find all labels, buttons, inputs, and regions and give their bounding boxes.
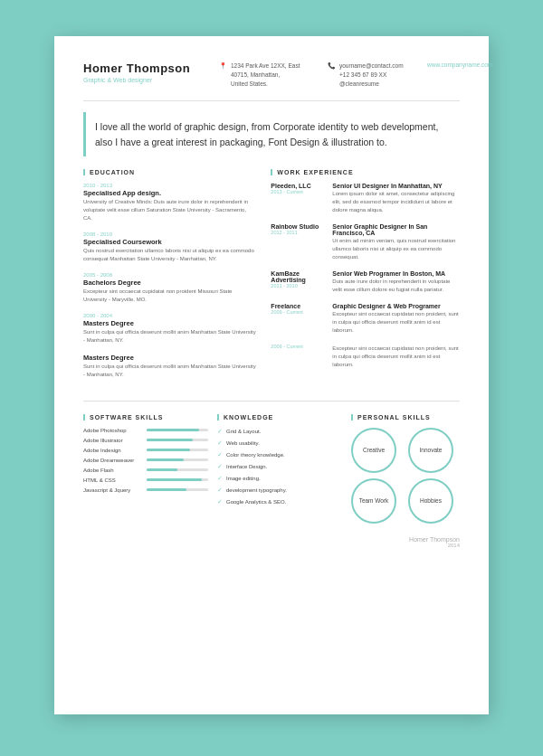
personal-skills-header: PERSONAL SKILLS	[351, 414, 460, 421]
quote-section: I love all the world of graphic design, …	[83, 112, 460, 156]
work-details: Senior UI Designer In Manhattan, NY Lore…	[332, 183, 460, 214]
work-item: Freelance 2009 - Current Graphic Designe…	[271, 303, 460, 335]
skill-name: Adobe Photoshop	[83, 428, 147, 433]
edu-degree: Masters Degree	[83, 354, 256, 362]
edu-year: 2008 - 2010	[83, 232, 256, 237]
skill-row: Adobe Indesign	[83, 448, 208, 453]
edu-degree: Bachelors Degree	[83, 279, 256, 287]
personal-skill-circle: Creative	[351, 428, 396, 473]
knowledge-list: ✓ Grid & Layout. ✓ Web usability. ✓ Colo…	[217, 428, 342, 506]
knowledge-column: KNOWLEDGE ✓ Grid & Layout. ✓ Web usabili…	[217, 414, 342, 524]
footer-name: Homer Thompson	[83, 536, 460, 543]
work-company: Freelance	[271, 303, 325, 309]
skill-bar-bg	[147, 478, 208, 481]
personal-skill-circle: Innovate	[408, 428, 453, 473]
education-item: 2005 - 2008 Bachelors Degree Excepteur s…	[83, 272, 256, 304]
knowledge-item: ✓ Color theory knowledge.	[217, 451, 342, 458]
candidate-name: Homer Thompson	[83, 61, 210, 75]
work-years: 2011 - 2010	[271, 283, 325, 288]
work-company-block: 2009 - Current	[271, 344, 325, 369]
footer-year: 2014	[83, 543, 460, 548]
skill-bar-fill	[147, 449, 190, 451]
work-desc: Duis aute irure dolor in reprehenderit i…	[332, 278, 460, 294]
work-years: 2013 - Current	[271, 189, 325, 194]
check-icon: ✓	[217, 475, 223, 482]
work-desc: Lorem ipsum dolor sit amet, consectetur …	[332, 190, 460, 214]
edu-desc: Quis nostrud exercitation ullamco labori…	[83, 247, 256, 263]
work-position: Senior Web Programer In Boston, MA	[332, 270, 460, 277]
skill-name: Adobe Indesign	[83, 448, 147, 453]
work-desc: Excepteur sint occaecat cupidatat non pr…	[332, 345, 460, 369]
skill-row: Adobe Illustrator	[83, 438, 208, 443]
website-link[interactable]: www.companyname.com	[427, 61, 492, 68]
edu-desc: Sunt in culpa qui officia deserunt molli…	[83, 328, 256, 345]
edu-degree: Masters Degree	[83, 319, 256, 327]
personal-skill-circle: Team Work	[351, 478, 396, 524]
knowledge-text: development typography.	[226, 487, 287, 493]
work-details: Senior Web Programer In Boston, MA Duis …	[332, 270, 460, 294]
work-years: 2009 - Current	[271, 309, 325, 315]
work-column: WORK EXPERIENCE Pleeden, LLC 2013 - Curr…	[271, 169, 460, 388]
skill-bar-bg	[147, 468, 208, 471]
skills-divider	[83, 401, 460, 402]
work-company-block: Rainbow Studio 2012 - 2011	[271, 223, 325, 261]
edu-degree: Specialised App design.	[83, 189, 256, 197]
skill-bar-fill	[147, 478, 202, 481]
resume-paper: Homer Thompson Graphic & Web designer 📍 …	[54, 36, 489, 714]
pin-icon: 📍	[219, 62, 227, 70]
knowledge-text: Web usability.	[226, 440, 260, 446]
work-company-block: Freelance 2009 - Current	[271, 303, 325, 335]
skill-bar-bg	[147, 439, 208, 441]
work-company: KamBaze Advertising	[271, 270, 325, 283]
contact-text: yourname@contact.com +12 345 67 89 XX @c…	[339, 61, 404, 88]
check-icon: ✓	[217, 463, 223, 470]
skill-name: HTML & CSS	[83, 477, 147, 483]
work-years: 2012 - 2011	[271, 230, 325, 235]
skill-row: Adobe Photoshop	[83, 428, 208, 433]
name-block: Homer Thompson Graphic & Web designer	[83, 61, 210, 83]
skill-bar-fill	[147, 439, 193, 441]
edu-year: 2000 - 2004	[83, 313, 256, 318]
knowledge-header: KNOWLEDGE	[217, 414, 342, 421]
education-header: EDUCATION	[83, 169, 256, 175]
work-company-block: Pleeden, LLC 2013 - Current	[271, 183, 325, 214]
phone-icon: 📞	[328, 62, 336, 70]
skill-bar-fill	[147, 488, 186, 491]
header-divider	[83, 100, 460, 101]
skill-bar-bg	[147, 449, 208, 451]
address-block: 📍 1234 Park Ave 12XX, East 40715, Manhat…	[219, 61, 319, 88]
header: Homer Thompson Graphic & Web designer 📍 …	[83, 61, 460, 88]
edu-degree: Specialised Coursework	[83, 238, 256, 246]
work-item: 2009 - Current Excepteur sint occaecat c…	[271, 344, 460, 369]
skill-name: Javascript & Jquery	[83, 487, 147, 493]
skill-bar-fill	[147, 458, 184, 461]
work-position: Graphic Designer & Web Programer	[332, 303, 460, 309]
skill-bars-list: Adobe Photoshop Adobe Illustrator Adobe …	[83, 428, 208, 493]
skill-row: Javascript & Jquery	[83, 487, 208, 493]
skill-row: Adobe Flash	[83, 468, 208, 473]
knowledge-item: ✓ Interface Design.	[217, 463, 342, 470]
education-item: Masters Degree Sunt in culpa qui officia…	[83, 354, 256, 379]
work-desc: Ut enim ad minim veniam, quis nostrud ex…	[332, 237, 460, 261]
personal-skill-circle: Hobbies	[408, 478, 453, 524]
work-company: Rainbow Studio	[271, 223, 325, 230]
skill-bar-fill	[147, 468, 177, 471]
address-text: 1234 Park Ave 12XX, East 40715, Manhatta…	[231, 61, 300, 88]
work-list: Pleeden, LLC 2013 - Current Senior UI De…	[271, 183, 460, 369]
knowledge-item: ✓ Web usability.	[217, 439, 342, 447]
knowledge-text: Image editing.	[226, 476, 261, 481]
skill-row: Adobe Dreamweaver	[83, 458, 208, 463]
knowledge-text: Interface Design.	[226, 464, 267, 469]
software-skills-header: SOFTWARE SKILLS	[83, 414, 208, 421]
check-icon: ✓	[217, 439, 223, 447]
knowledge-text: Google Analytics & SEO.	[226, 499, 286, 505]
edu-desc: Excepteur sint occaecat cupidatat non pr…	[83, 288, 256, 304]
work-details: Senior Graphic Designer In San Francisco…	[332, 223, 460, 261]
skill-name: Adobe Flash	[83, 468, 147, 473]
candidate-title: Graphic & Web designer	[83, 77, 210, 83]
skill-bar-bg	[147, 458, 208, 461]
work-header: WORK EXPERIENCE	[271, 169, 460, 175]
work-years: 2009 - Current	[271, 344, 325, 349]
education-item: 2010 - 2013 Specialised App design. Univ…	[83, 183, 256, 222]
work-position: Senior Graphic Designer In San Francisco…	[332, 223, 460, 236]
